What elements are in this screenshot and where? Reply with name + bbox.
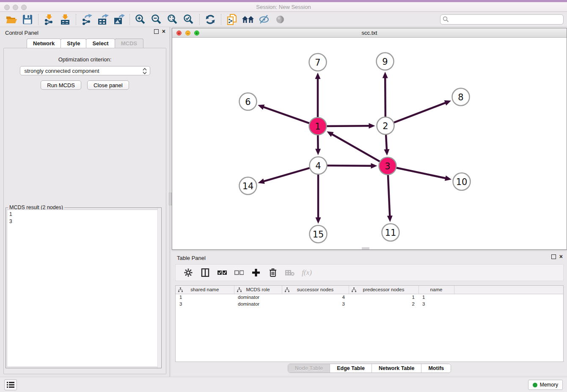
table-cell[interactable]: 3 <box>282 301 349 307</box>
search-icon <box>443 16 449 22</box>
panel-splitter-handle[interactable] <box>169 193 172 205</box>
table-cell[interactable]: 1 <box>349 294 418 301</box>
zoom-out-button[interactable] <box>149 13 165 26</box>
first-neighbors-button[interactable] <box>240 13 256 26</box>
column-header-successor-nodes[interactable]: successor nodes <box>282 286 349 294</box>
edge-4-3[interactable] <box>326 166 372 166</box>
mcds-result-textarea[interactable]: 1 3 <box>7 210 160 367</box>
tab-select[interactable]: Select <box>86 39 115 48</box>
gear-icon <box>184 268 193 277</box>
graph-node-7[interactable]: 7 <box>309 54 327 71</box>
edge-arrowhead-icon <box>315 149 321 155</box>
criterion-dropdown[interactable]: strongly connected component <box>20 66 150 75</box>
graph-node-14[interactable]: 14 <box>239 177 257 195</box>
edge-3-10[interactable] <box>396 168 446 178</box>
edge-4-14[interactable] <box>263 168 310 181</box>
table-row[interactable]: 3dominator323 <box>176 301 564 307</box>
tab-edge-table[interactable]: Edge Table <box>330 364 372 373</box>
zoom-selected-button[interactable] <box>181 13 197 26</box>
hide-selected-button[interactable] <box>256 13 272 26</box>
save-session-button[interactable] <box>19 13 36 26</box>
tab-network[interactable]: Network <box>27 39 61 48</box>
import-network-button[interactable] <box>41 13 57 26</box>
table-cell[interactable]: dominator <box>234 301 282 307</box>
edge-2-3[interactable] <box>386 134 387 150</box>
table-cell[interactable]: 3 <box>418 301 454 307</box>
delete-column-button[interactable] <box>268 268 278 278</box>
memory-status-dot <box>533 383 537 387</box>
run-mcds-button[interactable]: Run MCDS <box>41 80 81 90</box>
graph-node-3[interactable]: 3 <box>379 157 396 175</box>
network-graph[interactable]: 7968124314101511 <box>172 38 567 249</box>
export-image-button[interactable] <box>111 13 127 26</box>
tab-style[interactable]: Style <box>61 39 86 48</box>
graph-node-8[interactable]: 8 <box>452 88 470 106</box>
deselect-all-columns-button[interactable] <box>234 268 244 278</box>
table-cell[interactable]: 2 <box>349 301 418 307</box>
table-settings-button[interactable] <box>183 268 193 278</box>
delete-table-button[interactable] <box>285 268 295 278</box>
tab-network-table[interactable]: Network Table <box>372 364 422 373</box>
control-panel-title: Control Panel <box>5 30 39 36</box>
apply-function-button[interactable]: f(x) <box>302 268 312 278</box>
add-column-button[interactable] <box>251 268 261 278</box>
close-panel-icon[interactable]: × <box>162 29 165 34</box>
close-panel-icon[interactable]: × <box>559 254 563 259</box>
open-session-button[interactable] <box>3 13 19 26</box>
edge-3-1[interactable] <box>332 134 380 162</box>
task-history-button[interactable] <box>4 379 17 390</box>
window-title: Session: New Session <box>0 4 567 10</box>
tab-motifs[interactable]: Motifs <box>421 364 451 373</box>
network-canvas[interactable]: 7968124314101511 <box>172 38 567 249</box>
edge-1-2[interactable] <box>326 126 369 126</box>
column-header-label: shared name <box>190 287 219 292</box>
export-table-button[interactable] <box>95 13 111 26</box>
column-header-MCDS-role[interactable]: MCDS role <box>234 286 282 294</box>
column-header-predecessor-nodes[interactable]: predecessor nodes <box>349 286 418 294</box>
network-window-titlebar[interactable]: × − + scc.txt <box>172 28 567 38</box>
search-input[interactable] <box>440 14 564 25</box>
table-cell[interactable]: 1 <box>418 294 454 301</box>
graph-node-1[interactable]: 1 <box>309 118 327 135</box>
apply-layout-button[interactable] <box>202 13 218 26</box>
graph-node-9[interactable]: 9 <box>377 53 394 70</box>
graph-node-10[interactable]: 10 <box>453 173 471 190</box>
close-panel-button[interactable]: Close panel <box>87 80 129 90</box>
table-row[interactable]: 1dominator411 <box>176 294 564 301</box>
export-network-button[interactable] <box>79 13 95 26</box>
edge-arrowhead-icon <box>444 100 451 105</box>
show-columns-button[interactable] <box>200 268 210 278</box>
tab-node-table[interactable]: Node Table <box>288 364 330 373</box>
new-network-from-selection-button[interactable] <box>224 13 240 26</box>
edge-1-6[interactable] <box>263 107 310 123</box>
memory-button[interactable]: Memory <box>528 380 563 390</box>
graph-node-6[interactable]: 6 <box>239 93 257 110</box>
column-header-shared-name[interactable]: shared name <box>176 286 234 294</box>
show-all-button[interactable] <box>272 13 288 26</box>
graph-node-2[interactable]: 2 <box>377 117 394 135</box>
svg-text:10: 10 <box>456 177 468 187</box>
float-panel-icon[interactable] <box>551 254 556 259</box>
save-icon <box>22 14 33 25</box>
select-all-columns-button[interactable] <box>217 268 227 278</box>
table-cell[interactable]: 3 <box>176 301 234 307</box>
table-cell[interactable]: 4 <box>282 294 349 301</box>
zoom-in-button[interactable] <box>132 13 149 26</box>
window-titlebar: Session: New Session <box>0 0 567 12</box>
edge-2-8[interactable] <box>393 102 446 123</box>
canvas-splitter-handle[interactable] <box>362 247 369 249</box>
column-header-name[interactable]: name <box>418 286 454 294</box>
table-cell[interactable]: dominator <box>234 294 282 301</box>
import-table-button[interactable] <box>57 13 73 26</box>
graph-node-4[interactable]: 4 <box>310 157 327 174</box>
edge-3-11[interactable] <box>388 174 390 216</box>
export-table-icon <box>97 14 109 25</box>
graph-node-15[interactable]: 15 <box>310 226 327 243</box>
tab-mcds[interactable]: MCDS <box>115 39 143 48</box>
edge-2-9[interactable] <box>385 77 385 117</box>
float-panel-icon[interactable] <box>154 29 159 34</box>
graph-node-11[interactable]: 11 <box>382 224 399 241</box>
zoom-fit-button[interactable] <box>165 13 181 26</box>
table-cell[interactable]: 1 <box>176 294 234 301</box>
result-scrollbar-track[interactable] <box>157 208 161 368</box>
